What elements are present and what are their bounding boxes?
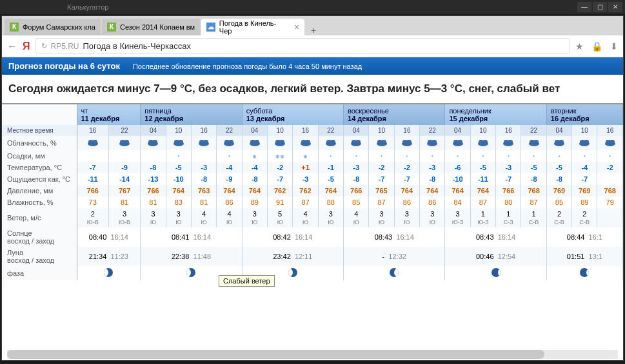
- humidity-cell: 79: [597, 196, 623, 208]
- pressure-cell: 762: [268, 185, 293, 196]
- yandex-icon[interactable]: Я: [23, 41, 30, 52]
- svg-point-35: [381, 140, 386, 144]
- horizontal-scrollbar[interactable]: [7, 350, 618, 359]
- cloud-icon: [166, 136, 191, 150]
- wind-cell: 2С-В: [546, 208, 571, 227]
- moon-phase-icon: [580, 268, 589, 277]
- wind-cell: 4Ю: [191, 208, 216, 227]
- pressure-cell: 766: [77, 185, 108, 196]
- humidity-cell: 80: [496, 196, 521, 208]
- svg-point-44: [457, 140, 462, 144]
- temp-cell: -2: [369, 162, 394, 173]
- pressure-cell: 764: [420, 185, 445, 196]
- shield-icon[interactable]: 🔒: [591, 41, 602, 52]
- humidity-cell: 83: [166, 196, 191, 208]
- phase-cell: [242, 266, 343, 280]
- pressure-cell: 768: [597, 185, 623, 196]
- row-label: Влажность, %: [2, 196, 77, 208]
- precip-cell: *: [420, 150, 445, 162]
- browser-tab[interactable]: ☁Погода в Кинель-Чер×: [201, 19, 304, 35]
- feels-cell: -7: [369, 173, 394, 185]
- feels-cell: -10: [166, 173, 191, 185]
- cloud-icon: [572, 136, 597, 150]
- feels-cell: -5: [318, 173, 343, 185]
- cloud-icon: [369, 136, 394, 150]
- close-button[interactable]: ✕: [608, 2, 622, 12]
- browser-tab[interactable]: КФорум Самарских кла: [5, 19, 101, 35]
- feels-cell: -7: [268, 173, 293, 185]
- wind-cell: 3Ю: [369, 208, 394, 227]
- phase-cell: [77, 266, 141, 280]
- precip-cell: *: [394, 150, 419, 162]
- temp-cell: -2: [597, 162, 623, 173]
- feels-cell: -8: [546, 173, 571, 185]
- wind-cell: 1С-З: [496, 208, 521, 227]
- hour-cell: 16: [191, 125, 216, 136]
- precip-cell: *: [445, 150, 470, 162]
- cloud-icon: [546, 136, 571, 150]
- forecast-header: Прогноз погоды на 6 суток Последнее обно…: [2, 57, 623, 75]
- reload-icon[interactable]: ↻: [41, 42, 47, 50]
- hour-cell: 16: [293, 125, 318, 136]
- feels-cell: -7: [496, 173, 521, 185]
- row-label: Облачность, %: [2, 136, 77, 150]
- bookmark-icon[interactable]: ★: [575, 41, 584, 52]
- cloud-icon: [521, 136, 546, 150]
- wind-cell: 4Ю: [344, 208, 369, 227]
- temp-cell: -3: [496, 162, 521, 173]
- cloud-icon: [293, 136, 318, 150]
- new-tab-button[interactable]: +: [306, 25, 321, 35]
- wind-cell: 4Ю: [217, 208, 242, 227]
- svg-point-5: [124, 140, 129, 144]
- wind-cell: 2Ю-В: [77, 208, 108, 227]
- feels-cell: -14: [108, 173, 140, 185]
- day-header: пятница12 декабря: [141, 104, 242, 125]
- temp-cell: -2: [268, 162, 293, 173]
- humidity-cell: 87: [470, 196, 495, 208]
- scroll-thumb[interactable]: [7, 350, 544, 359]
- humidity-cell: 81: [141, 196, 166, 208]
- minimize-button[interactable]: —: [577, 2, 591, 12]
- precip-cell: *: [369, 150, 394, 162]
- address-bar: ← Я ↻ RP5.RU Погода в Кинель-Черкассах ★…: [2, 35, 623, 57]
- url-domain: RP5.RU: [51, 42, 79, 51]
- day-header: суббота13 декабря: [242, 104, 343, 125]
- maximize-button[interactable]: ▢: [593, 2, 607, 12]
- svg-point-41: [432, 140, 437, 144]
- moon-cell: 22:38 11:48: [141, 247, 242, 266]
- feels-cell: -10: [445, 173, 470, 185]
- cloud-icon: [597, 136, 623, 150]
- feels-cell: -7: [394, 173, 419, 185]
- pressure-cell: 764: [394, 185, 419, 196]
- close-icon[interactable]: ×: [294, 22, 299, 32]
- feels-cell: -8: [420, 173, 445, 185]
- url-input[interactable]: ↻ RP5.RU Погода в Кинель-Черкассах: [35, 38, 571, 54]
- download-icon[interactable]: ⬇: [610, 41, 618, 52]
- feels-cell: -8: [344, 173, 369, 185]
- wind-cell: 3Ю: [141, 208, 166, 227]
- humidity-cell: 87: [293, 196, 318, 208]
- hour-cell: 22: [521, 125, 546, 136]
- sun-cell: 08:41 16:14: [141, 227, 242, 247]
- browser-tab[interactable]: КСезон 2014 Копаем вм: [102, 19, 200, 35]
- hour-cell: 10: [470, 125, 495, 136]
- feels-cell: -9: [217, 173, 242, 185]
- precip-cell: [191, 150, 216, 162]
- precip-cell: [141, 150, 166, 162]
- pressure-cell: 764: [445, 185, 470, 196]
- wind-cell: 1Ю-З: [470, 208, 495, 227]
- row-label: Ощущается как, °C: [2, 173, 77, 185]
- day-header: чт11 декабря: [77, 104, 141, 125]
- row-label: Местное время: [2, 125, 77, 136]
- feels-cell: -8: [521, 173, 546, 185]
- humidity-cell: 86: [420, 196, 445, 208]
- back-button[interactable]: ←: [7, 41, 17, 52]
- hour-cell: 22: [108, 125, 140, 136]
- temp-cell: -3: [420, 162, 445, 173]
- tab-favicon: К: [10, 23, 19, 32]
- moon-phase-icon: [104, 268, 113, 277]
- precip-cell: ❄❄: [268, 150, 293, 162]
- moon-phase-icon: [491, 268, 501, 277]
- taskbar-app: Калькулятор: [67, 3, 108, 11]
- hour-cell: 10: [166, 125, 191, 136]
